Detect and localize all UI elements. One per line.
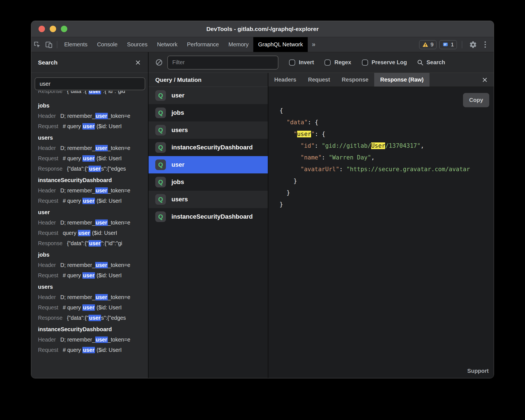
device-toolbar-button[interactable] — [43, 37, 55, 52]
warnings-badge[interactable]: 9 — [419, 40, 437, 49]
clear-requests-icon[interactable] — [155, 59, 163, 66]
text-segment: ($id: UserI — [95, 272, 121, 278]
search-result-line[interactable]: Response{"data":{"users":{"edges — [38, 166, 148, 172]
search-result-line[interactable]: HeaderD; remember_user_token=e — [38, 113, 148, 119]
query-list-item[interactable]: Quser — [149, 156, 268, 173]
checkbox-invert[interactable]: Invert — [289, 59, 314, 66]
checkbox-label: Preserve Log — [372, 59, 407, 66]
inspect-element-button[interactable] — [31, 37, 43, 52]
settings-button[interactable] — [467, 41, 479, 49]
support-link[interactable]: Support — [467, 368, 489, 374]
text-segment: D; remember_ — [60, 219, 95, 226]
text-segment: {"data":{" — [67, 315, 89, 321]
devtools-tabs: ElementsConsoleSourcesNetworkPerformance… — [59, 37, 308, 52]
query-list-header: Query / Mutation — [149, 73, 268, 87]
search-result-line[interactable]: HeaderD; remember_user_token=e — [38, 219, 148, 226]
query-list-item[interactable]: QinstanceSecurityDashboard — [149, 208, 268, 225]
search-result-line[interactable]: HeaderD; remember_user_token=e — [38, 145, 148, 151]
search-result-group-title[interactable]: instanceSecurityDashboard — [38, 177, 148, 183]
search-match-highlight: user — [82, 272, 95, 279]
filter-input[interactable] — [167, 56, 278, 70]
search-result-line[interactable]: Request# query user ($id: UserI — [38, 272, 148, 279]
text-segment: D; remember_ — [60, 113, 95, 119]
text-segment: " — [293, 131, 297, 137]
result-line-label: Request — [38, 347, 58, 353]
search-result-line[interactable]: Request# query user ($id: UserI — [38, 304, 148, 311]
search-result-group-title[interactable]: user — [38, 209, 148, 216]
more-tabs-button[interactable]: » — [308, 37, 320, 52]
tab-network[interactable]: Network — [152, 37, 182, 52]
tab-memory[interactable]: Memory — [224, 37, 253, 52]
result-line-content: {"data":{"users":{"edges — [67, 166, 126, 172]
result-line-label: Response — [38, 166, 63, 172]
result-line-content: # query user ($id: UserI — [63, 304, 122, 311]
search-result-line[interactable]: HeaderD; remember_user_token=e — [38, 262, 148, 268]
query-list-item[interactable]: Qusers — [149, 121, 268, 139]
x-icon — [481, 77, 488, 83]
search-result-line[interactable]: Request# query user ($id: UserI — [38, 198, 148, 204]
search-match-highlight: user — [95, 145, 108, 151]
close-detail-button[interactable] — [480, 73, 490, 87]
result-line-content: D; remember_user_token=e — [60, 337, 130, 343]
tab-console[interactable]: Console — [92, 37, 122, 52]
result-line-label: Header — [38, 113, 56, 119]
search-result-line[interactable]: HeaderD; remember_user_token=e — [38, 294, 148, 300]
text-segment: s":{"edges — [101, 166, 126, 172]
text-segment: } — [287, 189, 290, 196]
query-type-badge: Q — [155, 177, 166, 187]
checkbox-preserve-log[interactable]: Preserve Log — [362, 59, 407, 66]
search-result-line[interactable]: Requestquery user ($id: UserI — [38, 230, 148, 236]
query-list-item[interactable]: Qjobs — [149, 104, 268, 121]
search-result-group-title[interactable]: users — [38, 135, 148, 141]
search-result-line[interactable]: Response{"data":{"user":{"id":"gi — [38, 240, 148, 247]
response-tab-request[interactable]: Request — [302, 73, 336, 87]
minimize-window-button[interactable] — [50, 26, 56, 32]
magnifier-icon — [417, 59, 424, 66]
response-tab-headers[interactable]: Headers — [268, 73, 302, 87]
close-search-icon[interactable] — [135, 59, 141, 66]
result-line-content: D; remember_user_token=e — [60, 113, 130, 119]
query-type-badge: Q — [155, 211, 166, 222]
query-list-item[interactable]: Qusers — [149, 191, 268, 208]
close-window-button[interactable] — [39, 26, 45, 32]
search-panel: Search Response{"data":{"user":{"id":"gi… — [31, 52, 149, 378]
text-segment: _token=e — [108, 113, 130, 119]
search-result-line[interactable]: Response{"data":{"users":{"edges — [38, 315, 148, 321]
toolbar-search-button[interactable]: Search — [417, 59, 445, 66]
search-input[interactable] — [35, 77, 145, 90]
issues-badge[interactable]: 1 — [439, 40, 457, 49]
query-list-item[interactable]: Quser — [149, 87, 268, 104]
tab-graphql-network[interactable]: GraphQL Network — [253, 37, 307, 52]
tab-elements[interactable]: Elements — [59, 37, 92, 52]
search-result-line[interactable]: Request# query user ($id: UserI — [38, 155, 148, 162]
search-result-group-title[interactable]: users — [38, 284, 148, 290]
checkbox-regex[interactable]: Regex — [324, 59, 351, 66]
zoom-window-button[interactable] — [61, 26, 67, 32]
search-match-highlight: user — [95, 113, 108, 119]
search-result-line[interactable]: Request# query user ($id: UserI — [38, 347, 148, 353]
query-list-item[interactable]: Qjobs — [149, 173, 268, 191]
text-segment: _token=e — [108, 262, 130, 268]
result-line-content: # query user ($id: UserI — [63, 272, 122, 279]
search-result-line[interactable]: Request# query user ($id: UserI — [38, 123, 148, 130]
query-list-item[interactable]: QinstanceSecurityDashboard — [149, 139, 268, 156]
search-result-line[interactable]: HeaderD; remember_user_token=e — [38, 337, 148, 343]
kebab-menu-icon[interactable] — [482, 41, 489, 48]
text-segment: D; remember_ — [60, 187, 95, 194]
search-result-line[interactable]: HeaderD; remember_user_token=e — [38, 187, 148, 194]
text-segment: D; remember_ — [60, 337, 95, 343]
text-segment: "name" — [300, 154, 322, 161]
tab-performance[interactable]: Performance — [182, 37, 224, 52]
response-tab-response-raw[interactable]: Response (Raw) — [374, 73, 429, 87]
search-result-group-title[interactable]: jobs — [38, 102, 148, 109]
clipped-result-line: Response{"data":{"user":{"id":"gid — [38, 91, 148, 97]
text-segment: } — [293, 178, 297, 184]
chevron-double-right-icon: » — [312, 41, 316, 48]
copy-button[interactable]: Copy — [463, 93, 489, 107]
search-result-group-title[interactable]: instanceSecurityDashboard — [38, 326, 148, 333]
search-result-group-title[interactable]: jobs — [38, 252, 148, 258]
response-tab-response[interactable]: Response — [336, 73, 374, 87]
search-match-highlight: user — [89, 166, 101, 172]
search-result-line[interactable]: Response{"data":{"user":{"id":"gid — [38, 91, 148, 94]
tab-sources[interactable]: Sources — [122, 37, 152, 52]
